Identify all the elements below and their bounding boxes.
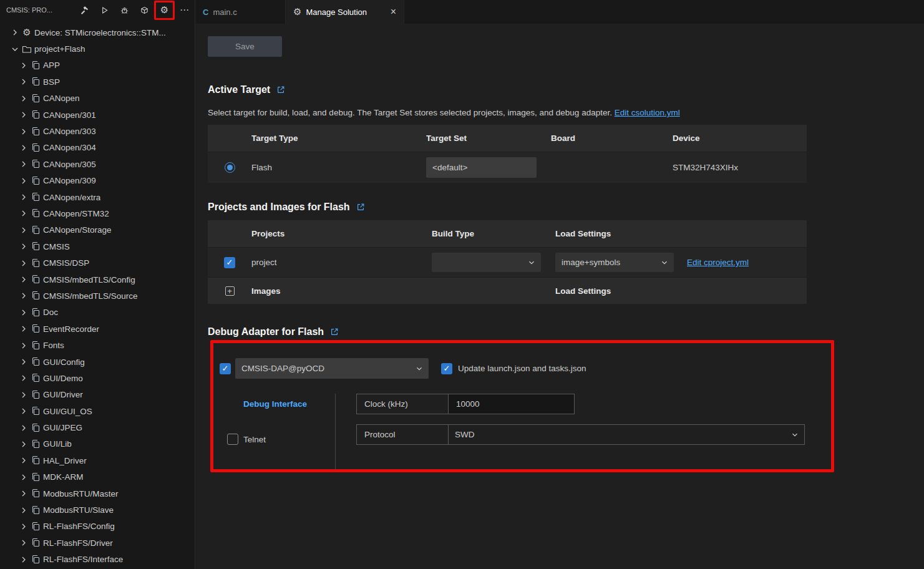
tree-item[interactable]: CMSIS: [0, 238, 195, 255]
tree-item-label: project+Flash: [34, 44, 85, 54]
tree-item[interactable]: RL-FlashFS/Config: [0, 518, 195, 535]
section-title-projects-images: Projects and Images for Flash: [208, 202, 350, 213]
tree-item[interactable]: CANopen/Storage: [0, 222, 195, 238]
tree-item-label: CANopen/304: [43, 143, 96, 152]
close-icon[interactable]: ×: [391, 7, 396, 17]
tree-item[interactable]: CMSIS/mbedTLS/Config: [0, 271, 195, 288]
tree-item[interactable]: GUI/JPEG: [0, 419, 195, 435]
hammer-icon[interactable]: [79, 5, 90, 16]
tree-item[interactable]: Fonts: [0, 337, 195, 353]
tree-item[interactable]: ModbusRTU/Master: [0, 485, 195, 502]
chevron-right-icon: [19, 127, 29, 137]
chevron-right-icon: [19, 324, 29, 334]
tree-item[interactable]: HAL_Driver: [0, 452, 195, 469]
chevron-right-icon: [19, 110, 29, 120]
col-build-type: Build Type: [432, 220, 555, 247]
external-link-icon[interactable]: [276, 85, 285, 94]
group-icon: [30, 357, 41, 367]
telnet-checkbox[interactable]: [227, 434, 238, 445]
save-button[interactable]: Save: [208, 36, 282, 57]
protocol-select[interactable]: SWD: [448, 424, 805, 445]
tree-item-label: ModbusRTU/Master: [43, 489, 119, 498]
tree-item[interactable]: CANopen/304: [0, 140, 195, 156]
tree-item[interactable]: GUI/GUI_OS: [0, 403, 195, 419]
tree-item-project-flash[interactable]: project+Flash: [0, 41, 195, 57]
external-link-icon[interactable]: [356, 203, 365, 212]
tree-item[interactable]: CANopen/303: [0, 123, 195, 139]
edit-cproject-link[interactable]: Edit cproject.yml: [687, 258, 749, 267]
telnet-row: Telnet: [227, 434, 335, 445]
project-row: ✓ project image+symbols Edit cproject.ym…: [208, 247, 807, 277]
tree-item[interactable]: RL-FlashFS/Interface: [0, 552, 195, 568]
projects-section-head: Projects and Images for Flash: [208, 202, 924, 213]
col-board: Board: [551, 125, 673, 152]
build-type-select[interactable]: [432, 253, 541, 272]
update-json-checkbox[interactable]: ✓: [441, 363, 452, 374]
tree-item[interactable]: GUI/Demo: [0, 370, 195, 386]
adapter-checkbox[interactable]: ✓: [220, 363, 231, 374]
chevron-right-icon: [19, 208, 29, 218]
tree-item[interactable]: GUI/Lib: [0, 436, 195, 452]
expand-images-icon[interactable]: +: [225, 286, 235, 296]
tree-item[interactable]: CANopen/extra: [0, 189, 195, 205]
manage-solution-panel: Save Active Target Select target for bui…: [195, 24, 924, 569]
active-target-section-head: Active Target: [208, 84, 924, 95]
group-icon: [30, 308, 41, 318]
group-icon: [30, 439, 41, 449]
bug-icon[interactable]: [119, 5, 130, 16]
tree-item[interactable]: CANopen/305: [0, 156, 195, 172]
tree-item[interactable]: CMSIS/mbedTLS/Source: [0, 288, 195, 304]
tree-item[interactable]: EventRecorder: [0, 321, 195, 337]
chevron-right-icon: [19, 472, 29, 482]
tree-item[interactable]: CANopen: [0, 90, 195, 107]
ellipsis-icon[interactable]: ⋯: [179, 5, 190, 16]
tree-item[interactable]: CMSIS/DSP: [0, 255, 195, 271]
chevron-right-icon: [19, 61, 29, 71]
clock-input[interactable]: 10000: [448, 394, 575, 414]
group-icon: [30, 192, 41, 202]
tree-item-label: CMSIS/DSP: [43, 258, 89, 268]
adapter-select[interactable]: CMSIS-DAP@pyOCD: [235, 358, 429, 379]
tree-item[interactable]: CANopen/301: [0, 107, 195, 123]
tree-item[interactable]: Doc: [0, 304, 195, 321]
gear-icon[interactable]: ⚙: [159, 5, 170, 16]
chevron-right-icon: [19, 505, 29, 515]
solution-tree: ⚙ Device: STMicroelectronics::STM... pro…: [0, 20, 195, 568]
tree-item-label: ModbusRTU/Slave: [43, 505, 114, 515]
target-radio[interactable]: [225, 162, 235, 173]
tree-item[interactable]: RL-FlashFS/Driver: [0, 535, 195, 551]
description-text: Select target for build, load, and debug…: [208, 108, 612, 117]
external-link-icon[interactable]: [330, 328, 339, 336]
tree-item-label: CANopen/Storage: [43, 225, 112, 235]
load-settings-select[interactable]: image+symbols: [555, 253, 674, 272]
group-icon: [30, 423, 41, 433]
play-icon[interactable]: [99, 5, 110, 16]
chevron-right-icon: [19, 258, 29, 268]
package-icon[interactable]: [139, 5, 150, 16]
tree-item[interactable]: ModbusRTU/Slave: [0, 502, 195, 518]
tree-item[interactable]: BSP: [0, 74, 195, 90]
tree-item[interactable]: CANopen/STM32: [0, 205, 195, 221]
chevron-right-icon: [19, 192, 29, 202]
tab-manage-solution[interactable]: ⚙ Manage Solution ×: [286, 0, 404, 24]
tree-item[interactable]: APP: [0, 57, 195, 74]
chevron-right-icon: [19, 225, 29, 235]
tree-group-list: APP BSP: [0, 57, 195, 568]
tree-item[interactable]: GUI/Config: [0, 354, 195, 370]
tree-item-label: CANopen/303: [43, 127, 96, 136]
tree-item-device[interactable]: ⚙ Device: STMicroelectronics::STM...: [0, 24, 195, 41]
tab-debug-interface[interactable]: Debug Interface: [216, 394, 335, 409]
c-file-icon: C: [203, 7, 208, 17]
target-set-input[interactable]: <default>: [426, 157, 537, 178]
chevron-down-icon: [790, 430, 799, 439]
project-checkbox[interactable]: ✓: [224, 257, 235, 268]
group-icon: [30, 341, 41, 351]
chevron-down-icon: [660, 258, 669, 267]
group-icon: [30, 472, 41, 482]
edit-csolution-link[interactable]: Edit csolution.yml: [615, 108, 680, 117]
tab-main-c[interactable]: C main.c: [195, 0, 286, 24]
tree-item[interactable]: CANopen/309: [0, 173, 195, 189]
images-label: Images: [251, 278, 432, 304]
tree-item[interactable]: MDK-ARM: [0, 469, 195, 485]
tree-item[interactable]: GUI/Driver: [0, 387, 195, 403]
